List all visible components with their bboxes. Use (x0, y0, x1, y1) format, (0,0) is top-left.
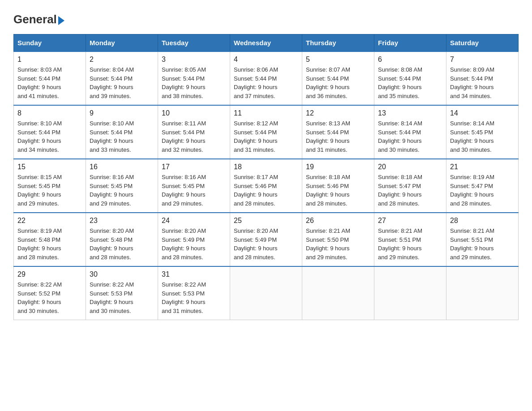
calendar-cell: 8 Sunrise: 8:10 AM Sunset: 5:44 PM Dayli… (14, 105, 86, 159)
day-info: Sunrise: 8:09 AM Sunset: 5:44 PM Dayligh… (450, 65, 515, 100)
day-number: 9 (90, 109, 154, 117)
day-number: 4 (234, 56, 298, 64)
calendar-cell: 21 Sunrise: 8:19 AM Sunset: 5:47 PM Dayl… (446, 159, 519, 213)
day-info: Sunrise: 8:10 AM Sunset: 5:44 PM Dayligh… (17, 119, 82, 154)
calendar-cell (446, 266, 519, 320)
calendar-week-2: 8 Sunrise: 8:10 AM Sunset: 5:44 PM Dayli… (14, 105, 519, 159)
calendar-cell: 2 Sunrise: 8:04 AM Sunset: 5:44 PM Dayli… (86, 51, 158, 105)
day-number: 1 (17, 56, 82, 64)
day-number: 18 (234, 163, 298, 171)
calendar-cell: 13 Sunrise: 8:14 AM Sunset: 5:44 PM Dayl… (374, 105, 446, 159)
day-number: 30 (90, 270, 154, 278)
calendar-cell (230, 266, 302, 320)
day-number: 10 (162, 109, 226, 117)
day-number: 17 (162, 163, 226, 171)
calendar-cell: 30 Sunrise: 8:22 AM Sunset: 5:53 PM Dayl… (86, 266, 158, 320)
calendar-cell: 5 Sunrise: 8:07 AM Sunset: 5:44 PM Dayli… (302, 51, 374, 105)
calendar-cell: 4 Sunrise: 8:06 AM Sunset: 5:44 PM Dayli… (230, 51, 302, 105)
day-number: 6 (378, 56, 442, 64)
day-info: Sunrise: 8:18 AM Sunset: 5:46 PM Dayligh… (306, 173, 370, 208)
calendar-week-5: 29 Sunrise: 8:22 AM Sunset: 5:52 PM Dayl… (14, 266, 519, 320)
calendar-cell: 11 Sunrise: 8:12 AM Sunset: 5:44 PM Dayl… (230, 105, 302, 159)
calendar-cell: 29 Sunrise: 8:22 AM Sunset: 5:52 PM Dayl… (14, 266, 86, 320)
day-info: Sunrise: 8:16 AM Sunset: 5:45 PM Dayligh… (90, 173, 154, 208)
calendar-cell: 27 Sunrise: 8:21 AM Sunset: 5:51 PM Dayl… (374, 213, 446, 266)
calendar-cell: 18 Sunrise: 8:17 AM Sunset: 5:46 PM Dayl… (230, 159, 302, 213)
calendar-cell: 1 Sunrise: 8:03 AM Sunset: 5:44 PM Dayli… (14, 51, 86, 105)
calendar-body: 1 Sunrise: 8:03 AM Sunset: 5:44 PM Dayli… (14, 51, 519, 320)
day-info: Sunrise: 8:17 AM Sunset: 5:46 PM Dayligh… (234, 173, 298, 208)
day-number: 12 (306, 109, 370, 117)
day-info: Sunrise: 8:13 AM Sunset: 5:44 PM Dayligh… (306, 119, 370, 154)
day-number: 2 (90, 56, 154, 64)
day-number: 5 (306, 56, 370, 64)
calendar-cell (302, 266, 374, 320)
day-number: 11 (234, 109, 298, 117)
day-info: Sunrise: 8:19 AM Sunset: 5:47 PM Dayligh… (450, 173, 515, 208)
calendar-week-3: 15 Sunrise: 8:15 AM Sunset: 5:45 PM Dayl… (14, 159, 519, 213)
day-info: Sunrise: 8:14 AM Sunset: 5:44 PM Dayligh… (378, 119, 442, 154)
day-info: Sunrise: 8:07 AM Sunset: 5:44 PM Dayligh… (306, 65, 370, 100)
day-number: 22 (17, 217, 82, 225)
calendar-cell: 24 Sunrise: 8:20 AM Sunset: 5:49 PM Dayl… (158, 213, 230, 266)
day-info: Sunrise: 8:10 AM Sunset: 5:44 PM Dayligh… (90, 119, 154, 154)
day-info: Sunrise: 8:18 AM Sunset: 5:47 PM Dayligh… (378, 173, 442, 208)
day-info: Sunrise: 8:22 AM Sunset: 5:53 PM Dayligh… (90, 280, 154, 315)
calendar-cell: 26 Sunrise: 8:21 AM Sunset: 5:50 PM Dayl… (302, 213, 374, 266)
calendar-cell: 23 Sunrise: 8:20 AM Sunset: 5:48 PM Dayl… (86, 213, 158, 266)
header-wednesday: Wednesday (230, 34, 302, 52)
day-number: 28 (450, 217, 515, 225)
day-info: Sunrise: 8:12 AM Sunset: 5:44 PM Dayligh… (234, 119, 298, 154)
day-number: 15 (17, 163, 82, 171)
calendar-cell: 10 Sunrise: 8:11 AM Sunset: 5:44 PM Dayl… (158, 105, 230, 159)
day-number: 29 (17, 270, 82, 278)
day-number: 16 (90, 163, 154, 171)
day-info: Sunrise: 8:11 AM Sunset: 5:44 PM Dayligh… (162, 119, 226, 154)
header-sunday: Sunday (14, 34, 86, 52)
day-number: 14 (450, 109, 515, 117)
day-info: Sunrise: 8:21 AM Sunset: 5:51 PM Dayligh… (378, 227, 442, 261)
day-info: Sunrise: 8:19 AM Sunset: 5:48 PM Dayligh… (17, 227, 82, 261)
day-number: 19 (306, 163, 370, 171)
header-friday: Friday (374, 34, 446, 52)
day-number: 25 (234, 217, 298, 225)
calendar-cell: 16 Sunrise: 8:16 AM Sunset: 5:45 PM Dayl… (86, 159, 158, 213)
calendar-cell (374, 266, 446, 320)
day-info: Sunrise: 8:20 AM Sunset: 5:48 PM Dayligh… (90, 227, 154, 261)
calendar-cell: 22 Sunrise: 8:19 AM Sunset: 5:48 PM Dayl… (14, 213, 86, 266)
day-info: Sunrise: 8:14 AM Sunset: 5:45 PM Dayligh… (450, 119, 515, 154)
calendar-cell: 31 Sunrise: 8:22 AM Sunset: 5:53 PM Dayl… (158, 266, 230, 320)
day-number: 21 (450, 163, 515, 171)
day-number: 8 (17, 109, 82, 117)
calendar-week-1: 1 Sunrise: 8:03 AM Sunset: 5:44 PM Dayli… (14, 51, 519, 105)
calendar-cell: 28 Sunrise: 8:21 AM Sunset: 5:51 PM Dayl… (446, 213, 519, 266)
calendar-cell: 20 Sunrise: 8:18 AM Sunset: 5:47 PM Dayl… (374, 159, 446, 213)
calendar-cell: 12 Sunrise: 8:13 AM Sunset: 5:44 PM Dayl… (302, 105, 374, 159)
day-info: Sunrise: 8:22 AM Sunset: 5:52 PM Dayligh… (17, 280, 82, 315)
calendar-week-4: 22 Sunrise: 8:19 AM Sunset: 5:48 PM Dayl… (14, 213, 519, 266)
day-info: Sunrise: 8:08 AM Sunset: 5:44 PM Dayligh… (378, 65, 442, 100)
calendar-table: SundayMondayTuesdayWednesdayThursdayFrid… (13, 34, 519, 320)
day-info: Sunrise: 8:04 AM Sunset: 5:44 PM Dayligh… (90, 65, 154, 100)
day-info: Sunrise: 8:03 AM Sunset: 5:44 PM Dayligh… (17, 65, 82, 100)
day-number: 27 (378, 217, 442, 225)
day-number: 7 (450, 56, 515, 64)
page-header: General (13, 13, 519, 25)
calendar-cell: 7 Sunrise: 8:09 AM Sunset: 5:44 PM Dayli… (446, 51, 519, 105)
day-number: 3 (162, 56, 226, 64)
calendar-cell: 19 Sunrise: 8:18 AM Sunset: 5:46 PM Dayl… (302, 159, 374, 213)
day-info: Sunrise: 8:21 AM Sunset: 5:50 PM Dayligh… (306, 227, 370, 261)
day-info: Sunrise: 8:15 AM Sunset: 5:45 PM Dayligh… (17, 173, 82, 208)
day-number: 26 (306, 217, 370, 225)
day-info: Sunrise: 8:20 AM Sunset: 5:49 PM Dayligh… (162, 227, 226, 261)
header-thursday: Thursday (302, 34, 374, 52)
calendar-cell: 6 Sunrise: 8:08 AM Sunset: 5:44 PM Dayli… (374, 51, 446, 105)
day-number: 13 (378, 109, 442, 117)
calendar-cell: 14 Sunrise: 8:14 AM Sunset: 5:45 PM Dayl… (446, 105, 519, 159)
header-monday: Monday (86, 34, 158, 52)
day-number: 31 (162, 270, 226, 278)
calendar-cell: 25 Sunrise: 8:20 AM Sunset: 5:49 PM Dayl… (230, 213, 302, 266)
calendar-cell: 3 Sunrise: 8:05 AM Sunset: 5:44 PM Dayli… (158, 51, 230, 105)
day-info: Sunrise: 8:05 AM Sunset: 5:44 PM Dayligh… (162, 65, 226, 100)
day-info: Sunrise: 8:16 AM Sunset: 5:45 PM Dayligh… (162, 173, 226, 208)
